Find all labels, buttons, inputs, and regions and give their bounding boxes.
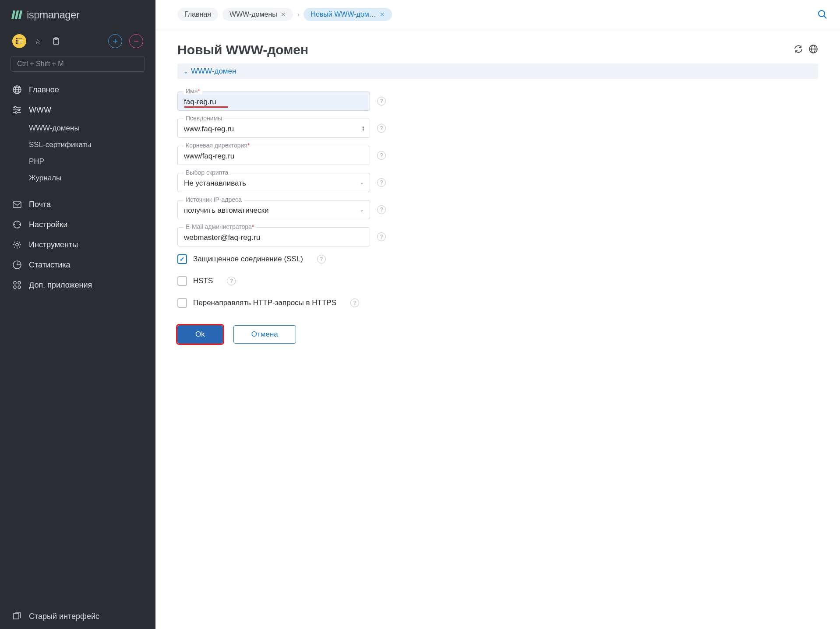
remove-icon[interactable] <box>129 34 143 48</box>
redirect-checkbox-label: Перенаправлять HTTP-запросы в HTTPS <box>193 299 336 307</box>
close-icon[interactable]: ✕ <box>281 11 286 18</box>
help-icon[interactable]: ? <box>377 205 386 214</box>
page-title: Новый WWW-домен <box>177 42 308 57</box>
menu-addons[interactable]: Доп. приложения <box>0 275 155 295</box>
help-icon[interactable]: ? <box>227 277 236 285</box>
page-content: Новый WWW-домен ⌄ WWW-домен Имя* ? <box>155 30 840 629</box>
root-label: Корневая директория* <box>184 142 252 149</box>
mail-icon <box>12 200 22 209</box>
svg-rect-4 <box>16 42 18 44</box>
svg-rect-1 <box>18 39 22 39</box>
svg-point-22 <box>819 11 825 17</box>
search-input[interactable]: Ctrl + Shift + M <box>11 56 145 72</box>
sidebar-menu: Главное WWW WWW-домены SSL-сертификаты P… <box>0 80 155 604</box>
svg-point-19 <box>14 286 16 288</box>
pie-icon <box>12 260 22 270</box>
panel-title: WWW-домен <box>191 67 236 76</box>
help-icon[interactable]: ? <box>377 97 386 105</box>
help-icon[interactable]: ? <box>377 151 386 160</box>
apps-icon <box>12 280 22 290</box>
chevron-down-icon: ⌄ <box>184 68 188 75</box>
menu-stats-label: Статистика <box>29 260 71 270</box>
svg-rect-5 <box>18 43 22 43</box>
chevron-right-icon: › <box>297 11 300 18</box>
tree-view-button[interactable] <box>12 34 26 48</box>
menu-tools-label: Инструменты <box>29 240 78 249</box>
name-field[interactable] <box>177 91 370 111</box>
logo-icon <box>12 11 21 19</box>
sidebar: ispmanager ☆ Ctrl + Shift + M Глав <box>0 0 155 629</box>
help-icon[interactable]: ? <box>377 178 386 187</box>
cancel-button[interactable]: Отмена <box>233 325 296 344</box>
svg-rect-13 <box>13 202 21 207</box>
close-icon[interactable]: ✕ <box>380 11 385 18</box>
svg-point-20 <box>18 286 21 288</box>
menu-settings-label: Настройки <box>29 220 67 229</box>
sliders-icon <box>12 105 22 115</box>
menu-main-label: Главное <box>29 85 59 95</box>
svg-point-12 <box>15 112 17 113</box>
svg-rect-3 <box>18 41 22 41</box>
redirect-checkbox[interactable]: ✓ <box>177 298 187 308</box>
old-interface-label: Старый интерфейс <box>29 612 99 621</box>
submenu-ssl[interactable]: SSL-сертификаты <box>0 137 155 153</box>
menu-tools[interactable]: Инструменты <box>0 235 155 255</box>
submenu-php[interactable]: PHP <box>0 153 155 170</box>
sidebar-toolbar: ☆ <box>0 30 155 56</box>
star-icon[interactable]: ☆ <box>31 34 45 48</box>
help-icon[interactable]: ? <box>317 255 326 264</box>
refresh-icon[interactable] <box>794 44 803 56</box>
ip-label: Источник IP-адреса <box>184 196 244 203</box>
menu-www-label: WWW <box>29 105 51 115</box>
script-label: Выбор скрипта <box>184 169 230 176</box>
crumb-domains-label: WWW-домены <box>229 11 277 18</box>
hsts-checkbox-label: HSTS <box>193 277 213 285</box>
svg-point-10 <box>14 106 16 108</box>
menu-www[interactable]: WWW <box>0 100 155 120</box>
logo: ispmanager <box>0 0 155 30</box>
ssl-checkbox-label: Защищенное соединение (SSL) <box>193 255 303 264</box>
ok-button[interactable]: Ok <box>177 325 223 344</box>
email-label: E-Mail администратора* <box>184 223 256 230</box>
clipboard-icon[interactable] <box>49 34 63 48</box>
search-icon[interactable] <box>817 9 828 20</box>
svg-point-17 <box>14 281 16 284</box>
menu-settings[interactable]: Настройки <box>0 214 155 235</box>
crumb-domains[interactable]: WWW-домены✕ <box>222 8 293 21</box>
crumb-new[interactable]: Новый WWW-дом…✕ <box>304 8 392 21</box>
crumb-home[interactable]: Главная <box>177 8 218 21</box>
svg-rect-21 <box>14 614 19 619</box>
help-icon[interactable]: ? <box>377 124 386 133</box>
submenu-www-domains[interactable]: WWW-домены <box>0 120 155 137</box>
svg-point-18 <box>18 281 21 284</box>
menu-mail[interactable]: Почта <box>0 194 155 214</box>
crumb-new-label: Новый WWW-дом… <box>311 11 376 18</box>
svg-point-11 <box>18 109 20 111</box>
old-interface-link[interactable]: Старый интерфейс <box>0 604 155 629</box>
help-icon[interactable]: ? <box>350 299 359 307</box>
add-icon[interactable] <box>108 34 122 48</box>
svg-rect-2 <box>16 40 18 42</box>
link-icon[interactable] <box>808 44 818 56</box>
help-icon[interactable]: ? <box>377 232 386 241</box>
panel-header[interactable]: ⌄ WWW-домен <box>177 63 818 79</box>
main-area: Главная WWW-домены✕ › Новый WWW-дом…✕ Но… <box>155 0 840 629</box>
gear-icon <box>12 240 22 249</box>
globe-icon <box>12 85 22 95</box>
menu-main[interactable]: Главное <box>0 80 155 100</box>
ssl-checkbox[interactable]: ✓ <box>177 254 187 264</box>
logo-text: ispmanager <box>27 9 79 21</box>
menu-stats[interactable]: Статистика <box>0 255 155 275</box>
submenu-logs[interactable]: Журналы <box>0 170 155 186</box>
svg-rect-0 <box>16 38 18 39</box>
crumb-home-label: Главная <box>184 11 211 18</box>
name-label: Имя* <box>184 88 202 95</box>
menu-mail-label: Почта <box>29 200 51 209</box>
menu-addons-label: Доп. приложения <box>29 281 92 290</box>
breadcrumbs: Главная WWW-домены✕ › Новый WWW-дом…✕ <box>155 0 840 30</box>
hsts-checkbox[interactable]: ✓ <box>177 276 187 286</box>
window-icon <box>12 611 22 621</box>
svg-point-15 <box>16 243 18 246</box>
highlight-underline <box>184 106 228 108</box>
settings-icon <box>12 220 22 229</box>
